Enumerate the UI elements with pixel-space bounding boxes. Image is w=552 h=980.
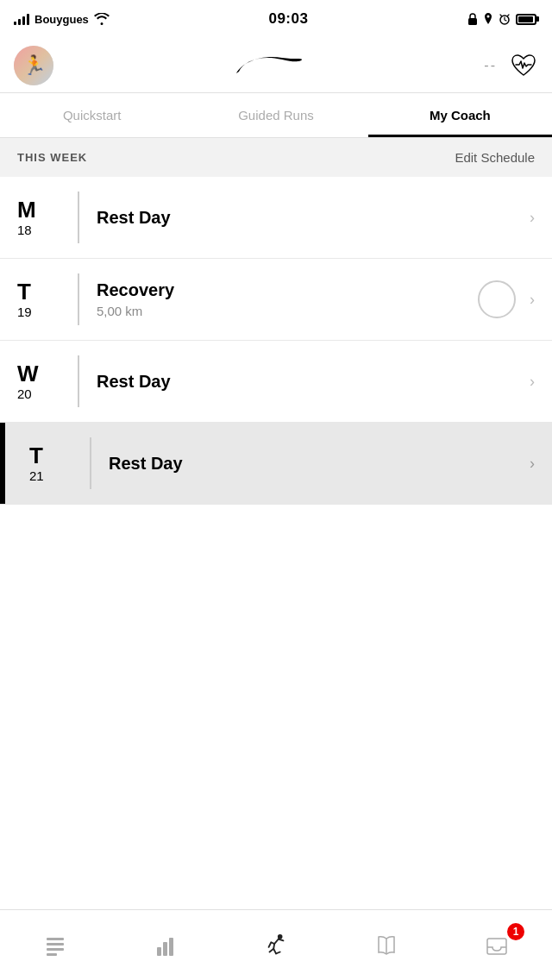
- status-bar: Bouygues 09:03: [0, 0, 552, 38]
- tab-quickstart[interactable]: Quickstart: [0, 93, 184, 137]
- row-right-wednesday: ›: [530, 373, 535, 391]
- schedule-row-monday[interactable]: M 18 Rest Day ›: [0, 177, 552, 259]
- header-actions: --: [484, 51, 538, 80]
- status-left: Bouygues: [14, 13, 110, 26]
- row-right-thursday: ›: [530, 455, 535, 473]
- stats-icon: [153, 933, 179, 958]
- row-right-tuesday: ›: [478, 280, 535, 318]
- svg-rect-10: [487, 939, 506, 954]
- day-divider: [78, 273, 79, 325]
- chevron-right-icon: ›: [530, 209, 535, 227]
- day-label-monday: M 18: [17, 198, 69, 237]
- week-section-header: THIS WEEK Edit Schedule: [0, 138, 552, 177]
- day-divider: [90, 437, 91, 489]
- svg-rect-5: [47, 953, 57, 956]
- day-divider: [78, 192, 79, 243]
- row-right-monday: ›: [530, 209, 535, 227]
- app-header: --: [0, 38, 552, 93]
- svg-rect-0: [468, 18, 477, 25]
- svg-rect-7: [163, 942, 167, 956]
- status-right: [467, 13, 538, 25]
- svg-rect-4: [47, 948, 64, 951]
- schedule-row-tuesday[interactable]: T 19 Recovery 5,00 km ›: [0, 259, 552, 341]
- day-content-thursday: Rest Day: [109, 454, 530, 474]
- wifi-icon: [94, 13, 110, 25]
- chevron-right-icon: ›: [530, 291, 535, 309]
- inbox-badge: 1: [507, 923, 524, 940]
- chevron-right-icon: ›: [530, 373, 535, 391]
- day-label-thursday: T 21: [29, 443, 81, 483]
- nike-logo: [235, 53, 304, 79]
- nav-inbox[interactable]: 1: [462, 920, 531, 971]
- nav-list[interactable]: [21, 920, 90, 971]
- battery-icon: [516, 14, 538, 25]
- edit-schedule-button[interactable]: Edit Schedule: [455, 150, 535, 165]
- day-label-wednesday: W 20: [17, 361, 69, 401]
- day-content-monday: Rest Day: [97, 208, 530, 228]
- inbox-icon: [484, 933, 510, 958]
- heart-rate-icon[interactable]: [509, 51, 538, 80]
- day-label-tuesday: T 19: [17, 280, 69, 319]
- tab-my-coach[interactable]: My Coach: [368, 93, 552, 137]
- schedule-row-wednesday[interactable]: W 20 Rest Day ›: [0, 341, 552, 423]
- day-divider: [78, 355, 79, 407]
- signal-bars: [14, 13, 29, 25]
- status-time: 09:03: [268, 10, 308, 28]
- run-circle: [478, 280, 516, 318]
- book-icon: [373, 933, 399, 958]
- nav-run[interactable]: [242, 920, 310, 971]
- nav-stats[interactable]: [131, 920, 200, 971]
- tab-bar: Quickstart Guided Runs My Coach: [0, 93, 552, 138]
- location-icon: [483, 13, 493, 25]
- run-icon: [263, 933, 289, 958]
- day-content-tuesday: Recovery 5,00 km: [97, 280, 478, 318]
- day-content-wednesday: Rest Day: [97, 372, 530, 392]
- svg-rect-6: [157, 947, 161, 956]
- schedule-list: M 18 Rest Day › T 19 Recovery 5,00 km › …: [0, 177, 552, 505]
- today-bar: [0, 423, 5, 504]
- user-avatar[interactable]: [14, 46, 53, 85]
- svg-rect-2: [47, 938, 64, 940]
- lock-icon: [467, 13, 478, 25]
- section-title: THIS WEEK: [17, 151, 87, 164]
- bottom-navigation: 1: [0, 909, 552, 980]
- svg-rect-8: [169, 938, 173, 956]
- chevron-right-icon: ›: [530, 455, 535, 473]
- header-dash: --: [484, 58, 497, 73]
- schedule-row-thursday[interactable]: T 21 Rest Day ›: [0, 423, 552, 505]
- nav-book[interactable]: [352, 920, 421, 971]
- alarm-icon: [499, 13, 511, 25]
- carrier-name: Bouygues: [34, 13, 89, 26]
- list-icon: [42, 933, 68, 958]
- svg-rect-3: [47, 943, 64, 945]
- tab-guided-runs[interactable]: Guided Runs: [184, 93, 367, 137]
